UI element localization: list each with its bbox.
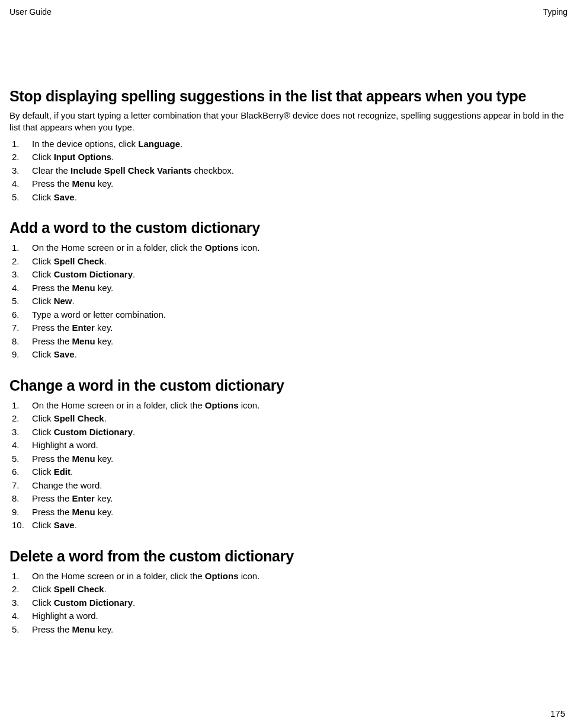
step-item: Press the Menu key. xyxy=(9,177,568,191)
step-list: In the device options, click Language.Cl… xyxy=(9,138,568,205)
step-item: Clear the Include Spell Check Variants c… xyxy=(9,164,568,178)
step-bold: Save xyxy=(54,520,75,530)
step-bold: Menu xyxy=(72,283,95,293)
header-left: User Guide xyxy=(9,7,52,17)
step-item: Press the Menu key. xyxy=(9,623,568,637)
step-bold: Menu xyxy=(72,336,95,346)
step-item: Press the Menu key. xyxy=(9,506,568,519)
step-bold: Enter xyxy=(72,323,95,333)
step-item: Press the Enter key. xyxy=(9,321,568,335)
step-bold: Language xyxy=(138,139,180,149)
section-heading: Stop displaying spelling suggestions in … xyxy=(9,88,568,105)
step-bold: Include Spell Check Variants xyxy=(70,165,191,175)
header-right: Typing xyxy=(543,7,568,17)
step-bold: Edit xyxy=(54,467,70,477)
step-bold: Spell Check xyxy=(54,413,104,423)
step-item: Click Input Options. xyxy=(9,151,568,164)
step-list: On the Home screen or in a folder, click… xyxy=(9,570,568,637)
section-heading: Change a word in the custom dictionary xyxy=(9,377,568,394)
step-bold: Menu xyxy=(72,624,95,634)
page-header: User Guide Typing xyxy=(9,7,568,17)
step-item: Highlight a word. xyxy=(9,439,568,452)
step-bold: Save xyxy=(54,349,75,359)
step-item: Click Save. xyxy=(9,348,568,362)
step-bold: Menu xyxy=(72,454,95,464)
step-item: On the Home screen or in a folder, click… xyxy=(9,241,568,255)
page-number: 175 xyxy=(550,708,565,719)
step-item: Click Custom Dictionary. xyxy=(9,268,568,282)
page-content: Stop displaying spelling suggestions in … xyxy=(9,88,568,636)
step-item: Click Edit. xyxy=(9,465,568,479)
step-item: Press the Menu key. xyxy=(9,452,568,466)
step-item: Click Spell Check. xyxy=(9,583,568,596)
step-list: On the Home screen or in a folder, click… xyxy=(9,399,568,532)
step-bold: Input Options xyxy=(54,152,111,162)
step-list: On the Home screen or in a folder, click… xyxy=(9,241,568,362)
step-bold: Menu xyxy=(72,507,95,517)
step-item: Click Save. xyxy=(9,519,568,532)
section-heading: Add a word to the custom dictionary xyxy=(9,219,568,237)
step-bold: Spell Check xyxy=(54,256,104,266)
step-item: Click New. xyxy=(9,295,568,308)
step-item: Change the word. xyxy=(9,479,568,493)
step-bold: Options xyxy=(205,571,239,581)
step-bold: Custom Dictionary xyxy=(54,427,133,437)
step-bold: Menu xyxy=(72,178,95,189)
step-bold: Options xyxy=(205,242,239,253)
step-bold: Custom Dictionary xyxy=(54,598,133,608)
step-bold: Enter xyxy=(72,493,95,503)
step-item: Click Spell Check. xyxy=(9,412,568,426)
step-bold: Options xyxy=(205,400,239,410)
step-item: On the Home screen or in a folder, click… xyxy=(9,399,568,413)
step-item: Press the Enter key. xyxy=(9,492,568,506)
step-item: Click Custom Dictionary. xyxy=(9,596,568,610)
step-item: Press the Menu key. xyxy=(9,335,568,349)
step-item: Click Spell Check. xyxy=(9,255,568,269)
step-item: Click Custom Dictionary. xyxy=(9,426,568,439)
step-item: Highlight a word. xyxy=(9,609,568,623)
step-item: Click Save. xyxy=(9,191,568,205)
section-heading: Delete a word from the custom dictionary xyxy=(9,548,568,565)
step-bold: Spell Check xyxy=(54,584,104,594)
section-intro: By default, if you start typing a letter… xyxy=(9,110,568,134)
step-bold: Custom Dictionary xyxy=(54,269,133,279)
step-item: Press the Menu key. xyxy=(9,282,568,295)
step-bold: New xyxy=(54,296,72,306)
step-item: Type a word or letter combination. xyxy=(9,308,568,322)
step-item: In the device options, click Language. xyxy=(9,138,568,151)
step-bold: Save xyxy=(54,192,75,202)
step-item: On the Home screen or in a folder, click… xyxy=(9,570,568,583)
